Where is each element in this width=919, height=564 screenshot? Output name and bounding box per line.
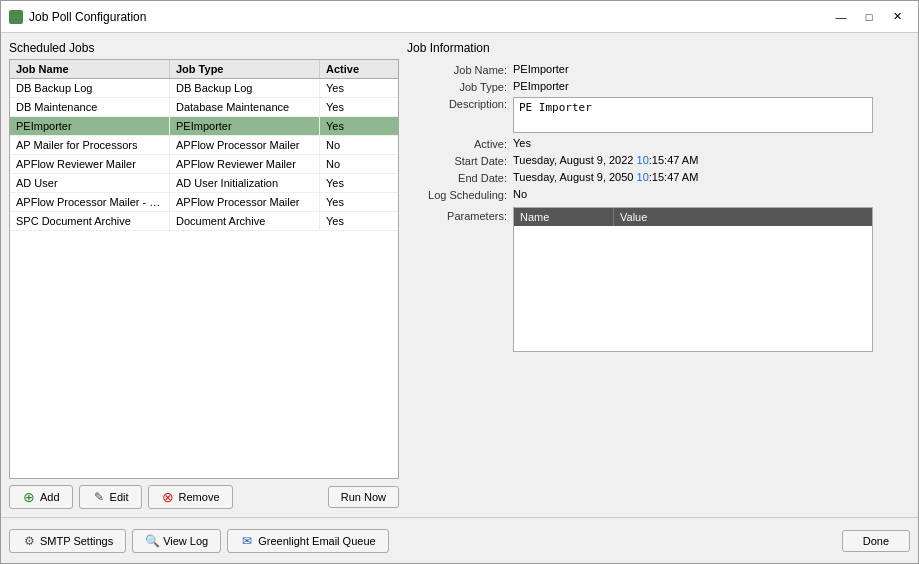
params-table: Name Value: [513, 207, 873, 352]
info-rows: Job Name: PEImporter Job Type: PEImporte…: [407, 63, 910, 201]
minimize-button[interactable]: —: [828, 7, 854, 27]
start-date-label: Start Date:: [407, 154, 507, 167]
bottom-bar: ⚙ SMTP Settings 🔍 View Log ✉ Greenlight …: [1, 517, 918, 563]
cell-job-name: DB Backup Log: [10, 79, 170, 97]
window-title: Job Poll Configuration: [29, 10, 146, 24]
done-button[interactable]: Done: [842, 530, 910, 552]
close-button[interactable]: ✕: [884, 7, 910, 27]
edit-icon: ✎: [92, 490, 106, 504]
left-panel: Scheduled Jobs Job Name Job Type Active …: [9, 41, 399, 509]
start-date-hour: 10: [637, 154, 649, 166]
title-bar: Job Poll Configuration — □ ✕: [1, 1, 918, 33]
job-type-value: PEImporter: [513, 80, 569, 92]
title-bar-left: Job Poll Configuration: [9, 10, 146, 24]
cell-active: Yes: [320, 212, 380, 230]
cell-job-type: Document Archive: [170, 212, 320, 230]
job-name-row: Job Name: PEImporter: [407, 63, 910, 76]
cell-active: Yes: [320, 117, 380, 135]
table-header: Job Name Job Type Active: [10, 60, 398, 79]
table-body[interactable]: DB Backup Log DB Backup Log Yes DB Maint…: [10, 79, 398, 478]
table-row[interactable]: AP Mailer for Processors APFlow Processo…: [10, 136, 398, 155]
cell-active: No: [320, 136, 380, 154]
settings-icon: ⚙: [22, 534, 36, 548]
add-icon: ⊕: [22, 490, 36, 504]
col-job-type: Job Type: [170, 60, 320, 78]
cell-job-name: PEImporter: [10, 117, 170, 135]
start-date-row: Start Date: Tuesday, August 9, 2022 10:1…: [407, 154, 910, 167]
log-scheduling-label: Log Scheduling:: [407, 188, 507, 201]
run-now-button[interactable]: Run Now: [328, 486, 399, 508]
params-header: Name Value: [514, 208, 872, 226]
table-row[interactable]: APFlow Reviewer Mailer APFlow Reviewer M…: [10, 155, 398, 174]
description-label: Description:: [407, 97, 507, 110]
remove-label: Remove: [179, 491, 220, 503]
cell-job-name: AD User: [10, 174, 170, 192]
cell-job-type: APFlow Processor Mailer: [170, 136, 320, 154]
add-label: Add: [40, 491, 60, 503]
cell-active: Yes: [320, 193, 380, 211]
description-row: Description: PE Importer: [407, 97, 910, 133]
app-icon: [9, 10, 23, 24]
start-date-value: Tuesday, August 9, 2022 10:15:47 AM: [513, 154, 698, 166]
edit-label: Edit: [110, 491, 129, 503]
start-date-text: Tuesday, August 9, 2022: [513, 154, 637, 166]
add-button[interactable]: ⊕ Add: [9, 485, 73, 509]
email-icon: ✉: [240, 534, 254, 548]
title-controls: — □ ✕: [828, 7, 910, 27]
params-label: Parameters:: [407, 207, 507, 222]
cell-job-name: SPC Document Archive: [10, 212, 170, 230]
table-row[interactable]: DB Backup Log DB Backup Log Yes: [10, 79, 398, 98]
cell-job-type: APFlow Reviewer Mailer: [170, 155, 320, 173]
end-date-rest: :15:47 AM: [649, 171, 699, 183]
cell-job-type: Database Maintenance: [170, 98, 320, 116]
end-date-label: End Date:: [407, 171, 507, 184]
panels: Scheduled Jobs Job Name Job Type Active …: [9, 41, 910, 509]
table-row[interactable]: AD User AD User Initialization Yes: [10, 174, 398, 193]
cell-active: No: [320, 155, 380, 173]
cell-job-type: PEImporter: [170, 117, 320, 135]
view-log-label: View Log: [163, 535, 208, 547]
params-col-name: Name: [514, 208, 614, 226]
cell-job-name: DB Maintenance: [10, 98, 170, 116]
log-icon: 🔍: [145, 534, 159, 548]
job-table: Job Name Job Type Active DB Backup Log D…: [9, 59, 399, 479]
left-buttons: ⊕ Add ✎ Edit ⊗ Remove Run Now: [9, 485, 399, 509]
job-info-title: Job Information: [407, 41, 910, 55]
view-log-button[interactable]: 🔍 View Log: [132, 529, 221, 553]
job-name-value: PEImporter: [513, 63, 569, 75]
table-row[interactable]: APFlow Processor Mailer - Frequent APFlo…: [10, 193, 398, 212]
cell-job-type: APFlow Processor Mailer: [170, 193, 320, 211]
smtp-settings-button[interactable]: ⚙ SMTP Settings: [9, 529, 126, 553]
main-content: Scheduled Jobs Job Name Job Type Active …: [1, 33, 918, 517]
description-value[interactable]: PE Importer: [513, 97, 873, 133]
end-date-text: Tuesday, August 9, 2050: [513, 171, 637, 183]
cell-active: Yes: [320, 174, 380, 192]
log-scheduling-row: Log Scheduling: No: [407, 188, 910, 201]
col-job-name: Job Name: [10, 60, 170, 78]
maximize-button[interactable]: □: [856, 7, 882, 27]
remove-button[interactable]: ⊗ Remove: [148, 485, 233, 509]
cell-job-name: APFlow Processor Mailer - Frequent: [10, 193, 170, 211]
end-date-hour: 10: [637, 171, 649, 183]
params-section: Parameters: Name Value: [407, 207, 910, 352]
table-row[interactable]: DB Maintenance Database Maintenance Yes: [10, 98, 398, 117]
cell-job-name: APFlow Reviewer Mailer: [10, 155, 170, 173]
smtp-settings-label: SMTP Settings: [40, 535, 113, 547]
main-window: Job Poll Configuration — □ ✕ Scheduled J…: [0, 0, 919, 564]
table-row[interactable]: SPC Document Archive Document Archive Ye…: [10, 212, 398, 231]
cell-job-type: AD User Initialization: [170, 174, 320, 192]
scheduled-jobs-title: Scheduled Jobs: [9, 41, 399, 55]
start-date-rest: :15:47 AM: [649, 154, 699, 166]
job-type-label: Job Type:: [407, 80, 507, 93]
remove-icon: ⊗: [161, 490, 175, 504]
cell-active: Yes: [320, 79, 380, 97]
right-panel: Job Information Job Name: PEImporter Job…: [407, 41, 910, 509]
edit-button[interactable]: ✎ Edit: [79, 485, 142, 509]
cell-job-name: AP Mailer for Processors: [10, 136, 170, 154]
job-type-row: Job Type: PEImporter: [407, 80, 910, 93]
col-active: Active: [320, 60, 380, 78]
greenlight-email-queue-button[interactable]: ✉ Greenlight Email Queue: [227, 529, 388, 553]
table-row[interactable]: PEImporter PEImporter Yes: [10, 117, 398, 136]
active-row: Active: Yes: [407, 137, 910, 150]
cell-active: Yes: [320, 98, 380, 116]
